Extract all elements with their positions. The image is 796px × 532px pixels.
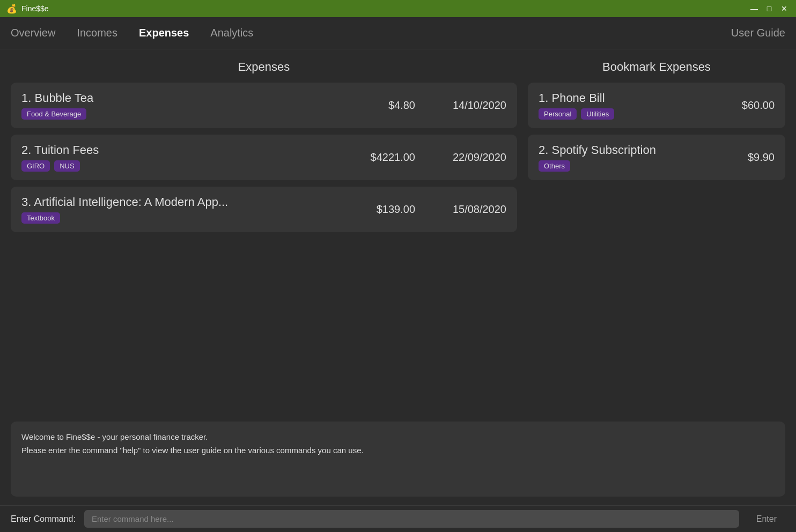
terminal-output: Welcome to Fine$$e - your personal finan… bbox=[11, 422, 785, 497]
close-button[interactable]: ✕ bbox=[779, 3, 790, 14]
expense-item-2-tags: GIRO NUS bbox=[21, 160, 99, 172]
nav-item-incomes[interactable]: Incomes bbox=[77, 23, 117, 43]
expense-item-2-left: 2. Tuition Fees GIRO NUS bbox=[21, 143, 99, 172]
expense-item-2-amount: $4221.00 bbox=[362, 151, 415, 164]
expense-item-3[interactable]: 3. Artificial Intelligence: A Modern App… bbox=[11, 187, 517, 232]
expense-item-1-date: 14/10/2020 bbox=[442, 99, 506, 112]
bookmark-item-2-left: 2. Spotify Subscription Others bbox=[539, 143, 656, 172]
bookmark-item-1-left: 1. Phone Bill Personal Utilities bbox=[539, 91, 614, 120]
nav-bar: Overview Incomes Expenses Analytics User… bbox=[0, 17, 796, 49]
expense-item-1-name: 1. Bubble Tea bbox=[21, 91, 93, 105]
bookmark-item-2-name: 2. Spotify Subscription bbox=[539, 143, 656, 157]
expenses-panel-title: Expenses bbox=[11, 60, 517, 74]
bookmark-item-2-right: $9.90 bbox=[721, 151, 775, 164]
minimize-button[interactable]: — bbox=[749, 3, 760, 14]
bookmark-item-1-tag-1: Utilities bbox=[581, 108, 614, 120]
bookmark-panel: Bookmark Expenses 1. Phone Bill Personal… bbox=[528, 60, 785, 402]
nav-item-analytics[interactable]: Analytics bbox=[210, 23, 253, 43]
command-enter-button[interactable]: Enter bbox=[748, 510, 785, 528]
bookmark-item-1[interactable]: 1. Phone Bill Personal Utilities $60.00 bbox=[528, 83, 785, 128]
expense-item-3-left: 3. Artificial Intelligence: A Modern App… bbox=[21, 195, 228, 224]
title-bar: 💰 Fine$$e — □ ✕ bbox=[0, 0, 796, 17]
expense-item-2-tag-0: GIRO bbox=[21, 160, 50, 172]
expense-item-2-date: 22/09/2020 bbox=[442, 151, 506, 164]
expenses-panel: Expenses 1. Bubble Tea Food & Beverage $… bbox=[11, 60, 517, 402]
bookmark-item-1-amount: $60.00 bbox=[721, 99, 775, 112]
command-bar: Enter Command: Enter bbox=[0, 505, 796, 532]
expense-item-3-date: 15/08/2020 bbox=[442, 203, 506, 216]
bookmark-item-2[interactable]: 2. Spotify Subscription Others $9.90 bbox=[528, 135, 785, 180]
terminal-line-1: Please enter the command "help" to view … bbox=[21, 446, 775, 455]
expense-item-2-tag-1: NUS bbox=[54, 160, 79, 172]
main-content: Expenses 1. Bubble Tea Food & Beverage $… bbox=[0, 49, 796, 413]
expense-item-2[interactable]: 2. Tuition Fees GIRO NUS $4221.00 22/09/… bbox=[11, 135, 517, 180]
command-input[interactable] bbox=[84, 510, 739, 528]
nav-user-guide[interactable]: User Guide bbox=[731, 27, 785, 39]
expense-item-1[interactable]: 1. Bubble Tea Food & Beverage $4.80 14/1… bbox=[11, 83, 517, 128]
bookmark-item-2-tags: Others bbox=[539, 160, 656, 172]
expense-item-1-tag-0: Food & Beverage bbox=[21, 108, 86, 120]
expense-item-3-tags: Textbook bbox=[21, 212, 228, 224]
bookmark-item-1-tags: Personal Utilities bbox=[539, 108, 614, 120]
expense-item-1-left: 1. Bubble Tea Food & Beverage bbox=[21, 91, 93, 120]
expense-item-1-tags: Food & Beverage bbox=[21, 108, 93, 120]
nav-left: Overview Incomes Expenses Analytics bbox=[11, 23, 253, 43]
bookmark-item-1-tag-0: Personal bbox=[539, 108, 577, 120]
command-label: Enter Command: bbox=[11, 514, 76, 524]
title-bar-left: 💰 Fine$$e bbox=[6, 4, 49, 14]
bookmark-item-2-tag-0: Others bbox=[539, 160, 570, 172]
expense-item-3-name: 3. Artificial Intelligence: A Modern App… bbox=[21, 195, 228, 209]
bookmark-item-1-right: $60.00 bbox=[721, 99, 775, 112]
expense-item-2-right: $4221.00 22/09/2020 bbox=[362, 151, 506, 164]
app-icon: 💰 bbox=[6, 4, 17, 14]
bottom-area: Welcome to Fine$$e - your personal finan… bbox=[0, 413, 796, 505]
nav-item-expenses[interactable]: Expenses bbox=[139, 23, 189, 43]
bookmark-panel-title: Bookmark Expenses bbox=[528, 60, 785, 74]
expense-item-2-name: 2. Tuition Fees bbox=[21, 143, 99, 157]
expense-item-3-right: $139.00 15/08/2020 bbox=[362, 203, 506, 216]
nav-item-overview[interactable]: Overview bbox=[11, 23, 55, 43]
title-bar-controls: — □ ✕ bbox=[749, 3, 790, 14]
expense-item-3-tag-0: Textbook bbox=[21, 212, 60, 224]
bookmark-item-2-amount: $9.90 bbox=[721, 151, 775, 164]
expense-item-1-amount: $4.80 bbox=[362, 99, 415, 112]
terminal-line-0: Welcome to Fine$$e - your personal finan… bbox=[21, 432, 775, 441]
bookmark-item-1-name: 1. Phone Bill bbox=[539, 91, 614, 105]
maximize-button[interactable]: □ bbox=[764, 3, 775, 14]
app-title: Fine$$e bbox=[21, 4, 49, 13]
expense-item-3-amount: $139.00 bbox=[362, 203, 415, 216]
expense-item-1-right: $4.80 14/10/2020 bbox=[362, 99, 506, 112]
